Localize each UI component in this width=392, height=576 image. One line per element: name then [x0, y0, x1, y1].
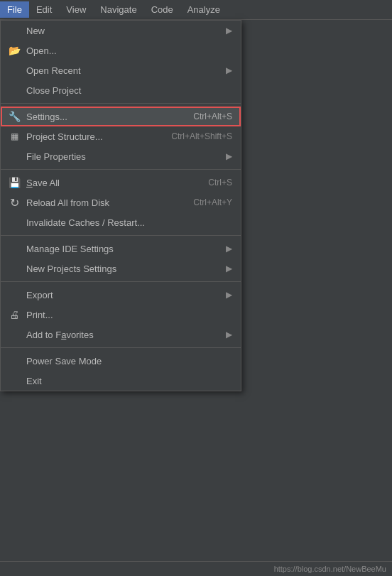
menu-item-invalidate-label: Invalidate Caches / Restart... — [26, 217, 232, 228]
menu-code[interactable]: Code — [144, 1, 180, 18]
menu-item-save-all-label: Save All — [26, 178, 194, 188]
separator-5 — [1, 347, 241, 348]
open-recent-arrow-icon: ▶ — [226, 65, 232, 75]
menu-item-export[interactable]: Export ▶ — [1, 285, 241, 305]
menu-item-invalidate[interactable]: Invalidate Caches / Restart... — [1, 212, 241, 232]
menu-item-export-label: Export — [26, 290, 220, 300]
menu-item-new-label: New — [26, 26, 220, 36]
export-arrow-icon: ▶ — [226, 290, 232, 300]
menu-item-settings[interactable]: 🔧 Settings... Ctrl+Alt+S — [1, 107, 241, 126]
save-all-icon: 💾 — [8, 177, 21, 188]
manage-ide-arrow-icon: ▶ — [226, 244, 232, 254]
file-dropdown-menu: New ▶ 📂 Open... Open Recent ▶ Close Proj… — [0, 20, 241, 391]
menu-bar: File Edit View Navigate Code Analyze — [0, 0, 392, 20]
menu-item-save-all[interactable]: 💾 Save All Ctrl+S — [1, 173, 241, 192]
new-projects-settings-arrow-icon: ▶ — [226, 263, 232, 273]
menu-navigate[interactable]: Navigate — [93, 1, 143, 18]
menu-item-open-recent-label: Open Recent — [26, 65, 220, 76]
menu-item-new-projects-settings-label: New Projects Settings — [26, 263, 220, 274]
menu-view[interactable]: View — [59, 1, 93, 18]
new-arrow-icon: ▶ — [226, 26, 232, 36]
menu-item-close-project[interactable]: Close Project — [1, 80, 241, 100]
status-url: https://blog.csdn.net/NewBeeMu — [274, 565, 386, 573]
separator-2 — [1, 169, 241, 170]
menu-item-open-recent[interactable]: Open Recent ▶ — [1, 60, 241, 80]
menu-item-open[interactable]: 📂 Open... — [1, 40, 241, 60]
save-all-shortcut: Ctrl+S — [208, 178, 232, 188]
menu-item-new[interactable]: New ▶ — [1, 21, 241, 40]
project-structure-icon: ▦ — [8, 131, 21, 141]
file-properties-arrow-icon: ▶ — [226, 151, 232, 161]
menu-item-reload-label: Reload All from Disk — [26, 197, 179, 208]
menu-item-print-label: Print... — [26, 310, 232, 320]
menu-item-exit-label: Exit — [26, 376, 232, 386]
separator-1 — [1, 103, 241, 104]
menu-edit[interactable]: Edit — [29, 1, 59, 18]
separator-4 — [1, 281, 241, 282]
print-icon: 🖨 — [8, 309, 21, 320]
reload-icon: ↻ — [8, 196, 21, 210]
menu-item-manage-ide[interactable]: Manage IDE Settings ▶ — [1, 239, 241, 259]
settings-wrench-icon: 🔧 — [8, 111, 21, 122]
menu-item-new-projects-settings[interactable]: New Projects Settings ▶ — [1, 259, 241, 278]
status-bar: https://blog.csdn.net/NewBeeMu — [0, 561, 392, 576]
menu-item-open-label: Open... — [26, 45, 232, 56]
settings-shortcut: Ctrl+Alt+S — [193, 112, 232, 121]
menu-item-print[interactable]: 🖨 Print... — [1, 305, 241, 325]
menu-item-manage-ide-label: Manage IDE Settings — [26, 244, 220, 254]
menu-file[interactable]: File — [0, 1, 29, 18]
menu-item-reload[interactable]: ↻ Reload All from Disk Ctrl+Alt+Y — [1, 192, 241, 212]
menu-item-project-structure[interactable]: ▦ Project Structure... Ctrl+Alt+Shift+S — [1, 126, 241, 146]
project-structure-shortcut: Ctrl+Alt+Shift+S — [171, 131, 232, 141]
menu-item-add-favorites-label: Add to Favorites — [26, 330, 220, 340]
menu-item-project-structure-label: Project Structure... — [26, 131, 157, 142]
menu-item-power-save-label: Power Save Mode — [26, 356, 232, 366]
add-favorites-arrow-icon: ▶ — [226, 330, 232, 339]
menu-analyze[interactable]: Analyze — [180, 1, 227, 18]
menu-item-power-save[interactable]: Power Save Mode — [1, 351, 241, 371]
reload-shortcut: Ctrl+Alt+Y — [193, 197, 232, 207]
open-folder-icon: 📂 — [8, 45, 21, 56]
menu-item-close-project-label: Close Project — [26, 85, 232, 96]
menu-item-settings-label: Settings... — [26, 112, 179, 122]
menu-item-file-properties[interactable]: File Properties ▶ — [1, 146, 241, 166]
menu-item-exit[interactable]: Exit — [1, 371, 241, 391]
menu-item-add-favorites[interactable]: Add to Favorites ▶ — [1, 325, 241, 344]
separator-3 — [1, 235, 241, 236]
menu-item-file-properties-label: File Properties — [26, 151, 220, 162]
